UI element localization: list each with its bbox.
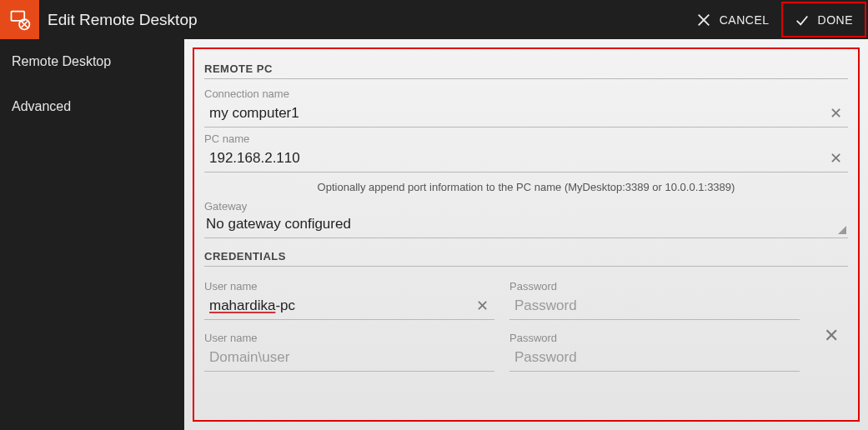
password1-input[interactable]	[509, 292, 800, 319]
close-icon	[696, 12, 711, 28]
connection-name-label: Connection name	[204, 88, 848, 100]
remote-desktop-icon	[8, 8, 32, 32]
clear-connection-icon[interactable]: ✕	[826, 104, 845, 122]
cancel-label: CANCEL	[720, 13, 770, 27]
password-column: Password Password	[509, 275, 800, 378]
pc-name-row: ✕	[204, 145, 848, 172]
sidebar-item-advanced[interactable]: Advanced	[0, 84, 184, 129]
username2-label: User name	[204, 332, 494, 344]
password1-row	[509, 292, 800, 320]
sidebar: Remote Desktop Advanced	[0, 39, 184, 430]
header-bar: Edit Remote Desktop CANCEL DONE	[0, 0, 868, 39]
pc-name-input[interactable]	[204, 145, 826, 172]
remove-credentials-icon[interactable]: ✕	[815, 325, 848, 347]
divider	[204, 266, 848, 267]
content-area: REMOTE PC Connection name ✕ PC name ✕ Op…	[184, 39, 868, 430]
gateway-dropdown[interactable]: No gateway configured	[204, 212, 848, 238]
gateway-value: No gateway configured	[204, 212, 838, 234]
page-title: Edit Remote Desktop	[48, 11, 198, 29]
connection-name-row: ✕	[204, 100, 848, 128]
password1-label: Password	[509, 280, 800, 292]
password2-row	[509, 344, 800, 372]
dropdown-indicator-icon	[838, 226, 846, 234]
pc-name-label: PC name	[204, 132, 848, 145]
password2-input[interactable]	[509, 344, 800, 371]
form-panel: REMOTE PC Connection name ✕ PC name ✕ Op…	[193, 48, 860, 422]
cancel-button[interactable]: CANCEL	[685, 0, 781, 39]
section-remote-pc: REMOTE PC	[204, 62, 848, 75]
gateway-label: Gateway	[204, 200, 848, 212]
divider	[204, 78, 848, 79]
clear-pcname-icon[interactable]: ✕	[826, 149, 845, 168]
username-column: User name mahardika-pc ✕ User name	[204, 275, 494, 378]
done-label: DONE	[818, 13, 853, 27]
username2-input[interactable]	[204, 344, 494, 371]
username1-row: mahardika-pc ✕	[204, 292, 494, 320]
clear-username1-icon[interactable]: ✕	[473, 297, 491, 315]
credentials-grid: User name mahardika-pc ✕ User name Passw…	[204, 275, 848, 378]
app-icon	[0, 0, 39, 39]
sidebar-item-remote-desktop[interactable]: Remote Desktop	[0, 39, 184, 84]
section-credentials: CREDENTIALS	[204, 250, 848, 262]
body: Remote Desktop Advanced REMOTE PC Connec…	[0, 39, 868, 430]
password2-label: Password	[509, 332, 800, 344]
done-button[interactable]: DONE	[781, 2, 866, 38]
username1-input[interactable]: mahardika-pc	[204, 292, 473, 319]
check-icon	[795, 12, 810, 28]
connection-name-input[interactable]	[204, 100, 826, 127]
username1-label: User name	[204, 280, 494, 292]
username2-row	[204, 344, 494, 372]
pc-name-hint: Optionally append port information to th…	[204, 181, 848, 193]
